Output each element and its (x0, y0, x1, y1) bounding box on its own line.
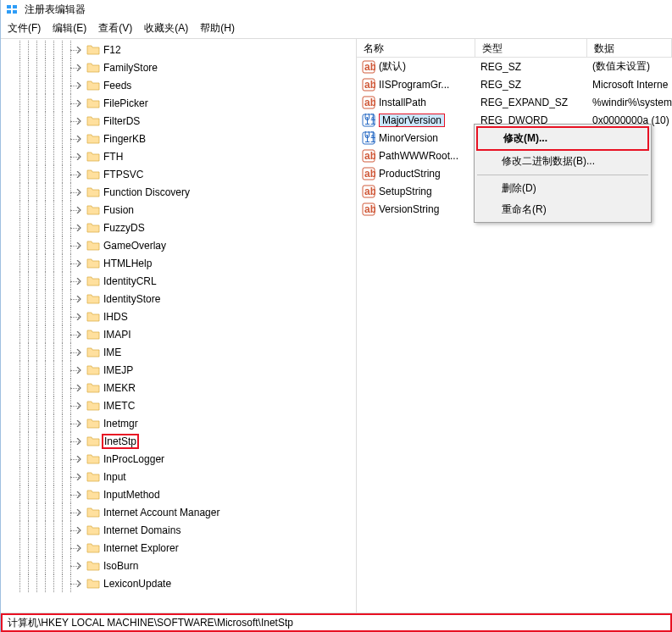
tree-item[interactable]: InetStp (1, 432, 356, 450)
tree-item[interactable]: IdentityStore (1, 290, 356, 308)
value-type: REG_EXPAND_SZ (475, 95, 587, 110)
svg-text:ab: ab (364, 79, 375, 91)
tree-item[interactable]: FingerKB (1, 130, 356, 147)
tree-item-label: FingerKB (103, 133, 146, 145)
string-value-icon: ab (362, 167, 375, 180)
tree-item[interactable]: HTMLHelp (1, 254, 356, 272)
svg-rect-2 (13, 5, 17, 8)
menu-edit[interactable]: 编辑(E) (53, 21, 86, 36)
col-data[interactable]: 数据 (587, 39, 672, 57)
folder-icon (86, 150, 100, 164)
tree-item-label: LexiconUpdate (103, 578, 171, 590)
menu-view[interactable]: 查看(V) (98, 21, 132, 36)
registry-tree[interactable]: F12FamilyStoreFeedsFilePickerFilterDSFin… (1, 39, 356, 592)
list-header[interactable]: 名称 类型 数据 (357, 39, 672, 58)
svg-text:110: 110 (364, 115, 375, 127)
folder-icon (86, 274, 100, 288)
value-row[interactable]: ab(默认)REG_SZ(数值未设置) (357, 58, 672, 75)
tree-item[interactable]: InProcLogger (1, 450, 356, 468)
titlebar[interactable]: 注册表编辑器 (1, 0, 672, 19)
folder-icon (86, 221, 100, 235)
folder-icon (86, 506, 100, 519)
tree-item-label: Internet Explorer (103, 542, 179, 554)
col-name[interactable]: 名称 (357, 39, 475, 57)
tree-item-label: IdentityStore (103, 293, 160, 305)
tree-item[interactable]: InputMethod (1, 485, 356, 503)
statusbar-path: 计算机\HKEY LOCAL MACHINE\SOFTWARE\Microsof… (8, 616, 293, 630)
tree-item-label: FamilyStore (103, 62, 158, 74)
tree-item[interactable]: GameOverlay (1, 236, 356, 254)
tree-item-label: Internet Account Manager (103, 507, 219, 518)
context-menu-item[interactable]: 重命名(R) (476, 199, 649, 220)
svg-text:110: 110 (364, 133, 375, 145)
value-row[interactable]: abInstallPathREG_EXPAND_SZ%windir%\syste… (357, 93, 672, 111)
tree-item[interactable]: Internet Account Manager (1, 503, 356, 521)
value-data: (数值未设置) (587, 58, 672, 75)
tree-item[interactable]: Feeds (1, 76, 356, 94)
tree-item[interactable]: IHDS (1, 308, 356, 325)
tree-item[interactable]: IMEJP (1, 361, 356, 379)
folder-icon (86, 168, 100, 181)
tree-item-label: Function Discovery (103, 186, 190, 198)
svg-text:ab: ab (364, 186, 375, 197)
tree-item[interactable]: FTH (1, 147, 356, 165)
tree-item-label: IMEKR (103, 382, 136, 394)
tree-item-label: Feeds (103, 80, 131, 91)
tree-item[interactable]: IMEKR (1, 379, 356, 396)
value-list-pane: 名称 类型 数据 ab(默认)REG_SZ(数值未设置)abIISProgram… (357, 39, 672, 613)
tree-item[interactable]: IMETC (1, 396, 356, 414)
window-title: 注册表编辑器 (25, 3, 86, 17)
folder-icon (86, 435, 100, 448)
tree-item[interactable]: FilePicker (1, 94, 356, 112)
tree-item-label: IMEJP (103, 364, 133, 376)
tree-item-label: FTH (103, 151, 123, 163)
tree-item-label: FuzzyDS (103, 222, 145, 234)
menubar[interactable]: 文件(F) 编辑(E) 查看(V) 收藏夹(A) 帮助(H) (1, 19, 672, 38)
context-menu[interactable]: 修改(M)...修改二进制数据(B)...删除(D)重命名(R) (474, 124, 652, 223)
menu-help[interactable]: 帮助(H) (200, 21, 235, 36)
tree-item[interactable]: LexiconUpdate (1, 574, 356, 592)
tree-item[interactable]: FTPSVC (1, 165, 356, 183)
folder-icon (86, 470, 100, 484)
tree-item[interactable]: FilterDS (1, 112, 356, 130)
folder-icon (86, 186, 100, 199)
tree-item[interactable]: Inetmgr (1, 414, 356, 432)
col-type[interactable]: 类型 (475, 39, 587, 57)
svg-text:ab: ab (364, 203, 375, 215)
folder-icon (86, 577, 100, 590)
tree-item[interactable]: IME (1, 343, 356, 361)
context-menu-item[interactable]: 修改(M)... (476, 126, 649, 151)
tree-scroll[interactable]: F12FamilyStoreFeedsFilePickerFilterDSFin… (1, 39, 356, 613)
tree-item[interactable]: Function Discovery (1, 183, 356, 201)
tree-item[interactable]: FuzzyDS (1, 219, 356, 236)
menu-favorites[interactable]: 收藏夹(A) (144, 21, 188, 36)
tree-item[interactable]: IMAPI (1, 325, 356, 343)
tree-item[interactable]: IdentityCRL (1, 272, 356, 290)
tree-item[interactable]: FamilyStore (1, 58, 356, 76)
context-menu-item[interactable]: 删除(D) (476, 178, 649, 199)
string-value-icon: ab (362, 185, 375, 198)
tree-item[interactable]: Input (1, 468, 356, 485)
folder-icon (86, 61, 100, 75)
tree-item-label: IME (103, 346, 121, 358)
value-row[interactable]: abIISProgramGr...REG_SZMicrosoft Interne (357, 75, 672, 93)
tree-item-label: Inetmgr (103, 418, 138, 430)
folder-icon (86, 97, 100, 110)
folder-icon (86, 346, 100, 359)
value-name: MinorVersion (379, 132, 438, 144)
folder-icon (86, 363, 100, 377)
tree-item[interactable]: Internet Explorer (1, 539, 356, 557)
tree-item[interactable]: Fusion (1, 201, 356, 219)
tree-item[interactable]: Internet Domains (1, 521, 356, 539)
tree-item[interactable]: F12 (1, 41, 356, 58)
value-name: VersionString (379, 203, 439, 215)
context-menu-item[interactable]: 修改二进制数据(B)... (476, 151, 649, 172)
string-value-icon: ab (362, 96, 375, 109)
menu-file[interactable]: 文件(F) (8, 21, 41, 36)
tree-pane: F12FamilyStoreFeedsFilePickerFilterDSFin… (1, 39, 357, 613)
value-type: REG_SZ (475, 77, 587, 92)
string-value-icon: ab (362, 202, 375, 216)
tree-item[interactable]: IsoBurn (1, 557, 356, 574)
svg-rect-3 (13, 10, 17, 14)
value-data: %windir%\system (587, 95, 672, 110)
